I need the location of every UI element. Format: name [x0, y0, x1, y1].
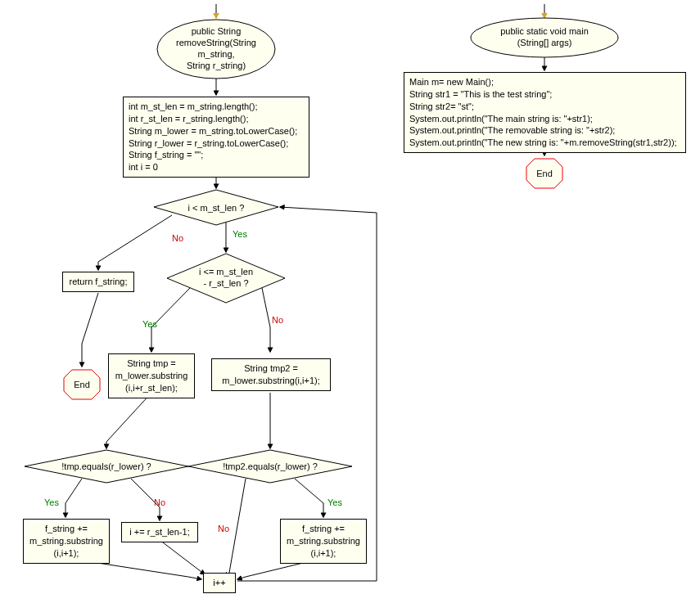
edge-cond1-no — [98, 215, 172, 270]
act2-text: i += r_st_len-1; — [129, 527, 189, 537]
return-box: return f_string; — [62, 272, 134, 292]
edge-cond4-yes — [295, 479, 323, 517]
end-text-2: End — [536, 169, 553, 178]
return-text: return f_string; — [70, 277, 128, 286]
cond1-text: i < m_st_len ? — [188, 203, 245, 213]
cond1-no-label: No — [172, 233, 183, 243]
start-text-1: public String — [192, 26, 242, 36]
start-text-4: String r_string) — [187, 61, 246, 70]
start2-text-2: (String[] args) — [517, 38, 572, 47]
act2-box: i += r_st_len-1; — [121, 522, 198, 542]
act3-box: f_string += m_string.substring (i,i+1); — [280, 519, 367, 564]
start2-text-1: public static void main — [500, 26, 589, 36]
act1-box: f_string += m_string.substring (i,i+1); — [23, 519, 110, 564]
edge-cond2-yes — [151, 288, 190, 352]
act3-text: f_string += m_string.substring (i,i+1); — [287, 524, 360, 558]
start-text-2: removeString(String — [176, 38, 256, 47]
edge-tmp1-cond3 — [106, 393, 151, 448]
edge-return-end — [82, 293, 98, 367]
cond4-no-label: No — [218, 524, 229, 533]
incr-text: i++ — [213, 578, 225, 587]
tmp2-box: String tmp2 = m_lower.substring(i,i+1); — [211, 358, 331, 391]
act1-text: f_string += m_string.substring (i,i+1); — [29, 524, 103, 558]
tmp1-box: String tmp = m_lower.substring (i,i+r_st… — [108, 353, 195, 398]
cond1-yes-label: Yes — [233, 229, 247, 239]
tmp2-text: String tmp2 = m_lower.substring(i,i+1); — [222, 363, 320, 385]
edge-cond3-yes — [65, 479, 82, 517]
init-text: int m_st_len = m_string.length(); int r_… — [129, 101, 297, 172]
cond3-no-label: No — [154, 497, 165, 507]
cond2-text-l2: - r_st_len ? — [203, 278, 248, 288]
main-body-text: Main m= new Main(); String str1 = "This … — [409, 77, 677, 147]
edge-act2-incr — [160, 540, 205, 574]
cond2-no-label: No — [272, 315, 283, 325]
cond2-text-l1: i <= m_st_len — [199, 267, 253, 277]
edge-cond2-no — [262, 288, 270, 352]
start-text-3: m_string, — [197, 49, 234, 59]
cond4-text: !tmp2.equals(r_lower) ? — [223, 461, 318, 471]
init-box: int m_st_len = m_string.length(); int r_… — [123, 97, 309, 178]
cond3-text: !tmp.equals(r_lower) ? — [61, 461, 151, 471]
cond4-yes-label: Yes — [327, 497, 342, 507]
end-text-1: End — [74, 380, 90, 389]
main-body-box: Main m= new Main(); String str1 = "This … — [404, 72, 686, 153]
cond3-yes-label: Yes — [44, 497, 59, 507]
incr-box: i++ — [203, 573, 236, 593]
tmp1-text: String tmp = m_lower.substring (i,i+r_st… — [115, 358, 188, 393]
cond2-yes-label: Yes — [142, 319, 157, 329]
